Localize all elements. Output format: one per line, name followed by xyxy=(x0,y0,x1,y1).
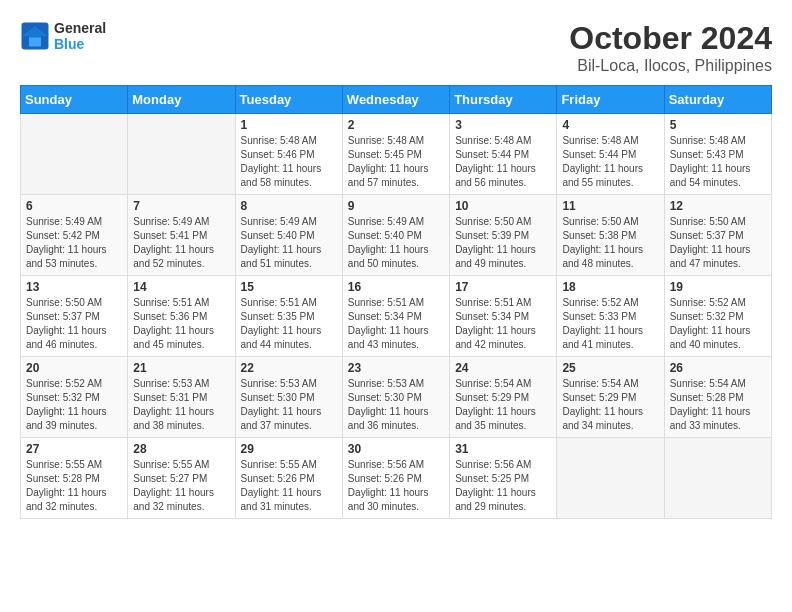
page-header: General Blue October 2024 Bil-Loca, Iloc… xyxy=(20,20,772,75)
day-info: Sunrise: 5:50 AM Sunset: 5:38 PM Dayligh… xyxy=(562,215,658,271)
calendar-day-cell: 31Sunrise: 5:56 AM Sunset: 5:25 PM Dayli… xyxy=(450,438,557,519)
day-info: Sunrise: 5:48 AM Sunset: 5:45 PM Dayligh… xyxy=(348,134,444,190)
calendar-day-cell: 26Sunrise: 5:54 AM Sunset: 5:28 PM Dayli… xyxy=(664,357,771,438)
logo-line2: Blue xyxy=(54,36,106,52)
day-number: 14 xyxy=(133,280,229,294)
calendar-day-cell: 12Sunrise: 5:50 AM Sunset: 5:37 PM Dayli… xyxy=(664,195,771,276)
calendar-week-row: 27Sunrise: 5:55 AM Sunset: 5:28 PM Dayli… xyxy=(21,438,772,519)
day-number: 17 xyxy=(455,280,551,294)
day-number: 8 xyxy=(241,199,337,213)
calendar-day-cell: 29Sunrise: 5:55 AM Sunset: 5:26 PM Dayli… xyxy=(235,438,342,519)
day-info: Sunrise: 5:56 AM Sunset: 5:26 PM Dayligh… xyxy=(348,458,444,514)
calendar-day-cell xyxy=(557,438,664,519)
day-info: Sunrise: 5:55 AM Sunset: 5:28 PM Dayligh… xyxy=(26,458,122,514)
calendar-day-cell: 19Sunrise: 5:52 AM Sunset: 5:32 PM Dayli… xyxy=(664,276,771,357)
day-info: Sunrise: 5:54 AM Sunset: 5:29 PM Dayligh… xyxy=(455,377,551,433)
calendar-day-cell: 5Sunrise: 5:48 AM Sunset: 5:43 PM Daylig… xyxy=(664,114,771,195)
day-number: 20 xyxy=(26,361,122,375)
calendar-day-cell: 14Sunrise: 5:51 AM Sunset: 5:36 PM Dayli… xyxy=(128,276,235,357)
day-info: Sunrise: 5:51 AM Sunset: 5:34 PM Dayligh… xyxy=(455,296,551,352)
day-number: 4 xyxy=(562,118,658,132)
calendar-day-cell xyxy=(128,114,235,195)
calendar-week-row: 6Sunrise: 5:49 AM Sunset: 5:42 PM Daylig… xyxy=(21,195,772,276)
day-number: 26 xyxy=(670,361,766,375)
day-info: Sunrise: 5:53 AM Sunset: 5:31 PM Dayligh… xyxy=(133,377,229,433)
weekday-header: Wednesday xyxy=(342,86,449,114)
calendar-day-cell: 15Sunrise: 5:51 AM Sunset: 5:35 PM Dayli… xyxy=(235,276,342,357)
calendar-day-cell: 30Sunrise: 5:56 AM Sunset: 5:26 PM Dayli… xyxy=(342,438,449,519)
calendar-day-cell xyxy=(664,438,771,519)
day-info: Sunrise: 5:49 AM Sunset: 5:41 PM Dayligh… xyxy=(133,215,229,271)
calendar-day-cell: 25Sunrise: 5:54 AM Sunset: 5:29 PM Dayli… xyxy=(557,357,664,438)
calendar-week-row: 13Sunrise: 5:50 AM Sunset: 5:37 PM Dayli… xyxy=(21,276,772,357)
day-number: 15 xyxy=(241,280,337,294)
day-info: Sunrise: 5:48 AM Sunset: 5:44 PM Dayligh… xyxy=(562,134,658,190)
day-info: Sunrise: 5:48 AM Sunset: 5:43 PM Dayligh… xyxy=(670,134,766,190)
calendar-day-cell: 8Sunrise: 5:49 AM Sunset: 5:40 PM Daylig… xyxy=(235,195,342,276)
calendar-day-cell: 1Sunrise: 5:48 AM Sunset: 5:46 PM Daylig… xyxy=(235,114,342,195)
day-info: Sunrise: 5:49 AM Sunset: 5:42 PM Dayligh… xyxy=(26,215,122,271)
day-number: 31 xyxy=(455,442,551,456)
weekday-header: Monday xyxy=(128,86,235,114)
calendar-day-cell: 20Sunrise: 5:52 AM Sunset: 5:32 PM Dayli… xyxy=(21,357,128,438)
day-number: 5 xyxy=(670,118,766,132)
calendar-day-cell: 21Sunrise: 5:53 AM Sunset: 5:31 PM Dayli… xyxy=(128,357,235,438)
day-info: Sunrise: 5:56 AM Sunset: 5:25 PM Dayligh… xyxy=(455,458,551,514)
day-number: 28 xyxy=(133,442,229,456)
day-number: 24 xyxy=(455,361,551,375)
day-number: 19 xyxy=(670,280,766,294)
day-number: 18 xyxy=(562,280,658,294)
day-number: 22 xyxy=(241,361,337,375)
calendar-day-cell: 4Sunrise: 5:48 AM Sunset: 5:44 PM Daylig… xyxy=(557,114,664,195)
weekday-header: Friday xyxy=(557,86,664,114)
day-info: Sunrise: 5:53 AM Sunset: 5:30 PM Dayligh… xyxy=(241,377,337,433)
calendar-title: October 2024 xyxy=(569,20,772,57)
calendar-day-cell: 2Sunrise: 5:48 AM Sunset: 5:45 PM Daylig… xyxy=(342,114,449,195)
day-info: Sunrise: 5:52 AM Sunset: 5:32 PM Dayligh… xyxy=(670,296,766,352)
calendar-day-cell: 16Sunrise: 5:51 AM Sunset: 5:34 PM Dayli… xyxy=(342,276,449,357)
day-number: 13 xyxy=(26,280,122,294)
day-number: 7 xyxy=(133,199,229,213)
calendar-week-row: 1Sunrise: 5:48 AM Sunset: 5:46 PM Daylig… xyxy=(21,114,772,195)
day-info: Sunrise: 5:54 AM Sunset: 5:29 PM Dayligh… xyxy=(562,377,658,433)
day-number: 6 xyxy=(26,199,122,213)
day-number: 29 xyxy=(241,442,337,456)
calendar-day-cell: 23Sunrise: 5:53 AM Sunset: 5:30 PM Dayli… xyxy=(342,357,449,438)
day-number: 23 xyxy=(348,361,444,375)
calendar-day-cell: 27Sunrise: 5:55 AM Sunset: 5:28 PM Dayli… xyxy=(21,438,128,519)
day-number: 9 xyxy=(348,199,444,213)
day-number: 30 xyxy=(348,442,444,456)
day-info: Sunrise: 5:49 AM Sunset: 5:40 PM Dayligh… xyxy=(241,215,337,271)
day-number: 16 xyxy=(348,280,444,294)
calendar-day-cell: 24Sunrise: 5:54 AM Sunset: 5:29 PM Dayli… xyxy=(450,357,557,438)
calendar-day-cell: 9Sunrise: 5:49 AM Sunset: 5:40 PM Daylig… xyxy=(342,195,449,276)
day-info: Sunrise: 5:48 AM Sunset: 5:44 PM Dayligh… xyxy=(455,134,551,190)
day-info: Sunrise: 5:54 AM Sunset: 5:28 PM Dayligh… xyxy=(670,377,766,433)
day-number: 10 xyxy=(455,199,551,213)
logo-icon xyxy=(20,21,50,51)
day-info: Sunrise: 5:55 AM Sunset: 5:26 PM Dayligh… xyxy=(241,458,337,514)
weekday-header: Thursday xyxy=(450,86,557,114)
calendar-day-cell: 6Sunrise: 5:49 AM Sunset: 5:42 PM Daylig… xyxy=(21,195,128,276)
logo: General Blue xyxy=(20,20,106,52)
day-info: Sunrise: 5:52 AM Sunset: 5:33 PM Dayligh… xyxy=(562,296,658,352)
calendar-subtitle: Bil-Loca, Ilocos, Philippines xyxy=(569,57,772,75)
calendar-day-cell: 10Sunrise: 5:50 AM Sunset: 5:39 PM Dayli… xyxy=(450,195,557,276)
weekday-header: Sunday xyxy=(21,86,128,114)
calendar-day-cell: 11Sunrise: 5:50 AM Sunset: 5:38 PM Dayli… xyxy=(557,195,664,276)
weekday-header: Tuesday xyxy=(235,86,342,114)
day-info: Sunrise: 5:51 AM Sunset: 5:35 PM Dayligh… xyxy=(241,296,337,352)
day-number: 11 xyxy=(562,199,658,213)
day-info: Sunrise: 5:52 AM Sunset: 5:32 PM Dayligh… xyxy=(26,377,122,433)
calendar-day-cell: 7Sunrise: 5:49 AM Sunset: 5:41 PM Daylig… xyxy=(128,195,235,276)
calendar-day-cell: 18Sunrise: 5:52 AM Sunset: 5:33 PM Dayli… xyxy=(557,276,664,357)
day-info: Sunrise: 5:51 AM Sunset: 5:36 PM Dayligh… xyxy=(133,296,229,352)
day-info: Sunrise: 5:50 AM Sunset: 5:37 PM Dayligh… xyxy=(26,296,122,352)
calendar-day-cell xyxy=(21,114,128,195)
day-info: Sunrise: 5:50 AM Sunset: 5:37 PM Dayligh… xyxy=(670,215,766,271)
weekday-header: Saturday xyxy=(664,86,771,114)
day-number: 25 xyxy=(562,361,658,375)
calendar-day-cell: 3Sunrise: 5:48 AM Sunset: 5:44 PM Daylig… xyxy=(450,114,557,195)
calendar-table: SundayMondayTuesdayWednesdayThursdayFrid… xyxy=(20,85,772,519)
calendar-day-cell: 22Sunrise: 5:53 AM Sunset: 5:30 PM Dayli… xyxy=(235,357,342,438)
